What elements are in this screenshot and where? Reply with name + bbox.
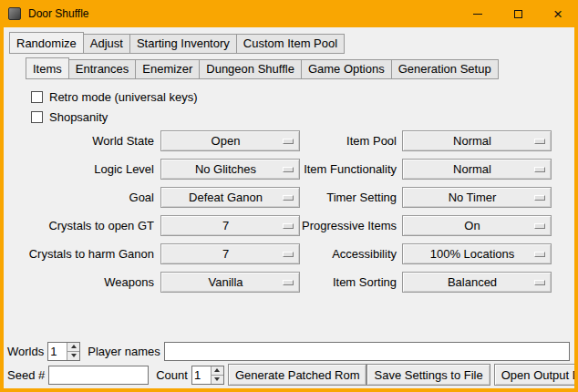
maximize-button[interactable]: [498, 0, 538, 27]
tab-custom-item-pool[interactable]: Custom Item Pool: [236, 34, 345, 54]
down-arrow-icon: [214, 377, 220, 381]
crystals-harm-ganon-dropdown[interactable]: 7: [160, 243, 300, 264]
dropdown-indicator-icon: [534, 280, 545, 285]
logic-level-label: Logic Level: [27, 162, 154, 176]
item-functionality-value: Normal: [453, 162, 501, 176]
field-row: Weapons Vanilla Item Sorting Balanced: [27, 268, 574, 296]
weapons-label: Weapons: [27, 275, 154, 289]
dropdown-indicator-icon: [534, 195, 545, 201]
item-sorting-label: Item Sorting: [302, 275, 397, 289]
tab-enemizer[interactable]: Enemizer: [135, 59, 200, 79]
item-sorting-dropdown[interactable]: Balanced: [402, 272, 552, 293]
goal-label: Goal: [27, 191, 154, 204]
player-names-label: Player names: [88, 345, 160, 358]
goal-dropdown[interactable]: Defeat Ganon: [160, 187, 300, 208]
progressive-items-label: Progressive Items: [302, 219, 397, 232]
dropdown-indicator-icon: [283, 223, 294, 229]
field-row: Goal Defeat Ganon Timer Setting No Timer: [27, 183, 574, 211]
seed-input[interactable]: [48, 366, 149, 385]
door-shuffle-window: Door Shuffle × Randomize Adjust Starting…: [0, 0, 578, 392]
open-output-directory-button[interactable]: Open Output Directory: [494, 364, 574, 386]
dropdown-indicator-icon: [534, 223, 545, 229]
shopsanity-row: Shopsanity: [27, 107, 574, 127]
main-tab-bar: Randomize Adjust Starting Inventory Cust…: [9, 32, 574, 54]
accessibility-value: 100% Locations: [430, 247, 524, 261]
logic-level-value: No Glitches: [195, 162, 265, 176]
item-pool-label: Item Pool: [302, 134, 397, 148]
timer-setting-dropdown[interactable]: No Timer: [402, 187, 552, 208]
timer-setting-label: Timer Setting: [302, 191, 397, 204]
worlds-decrement-button[interactable]: [67, 351, 79, 360]
field-row: Crystals to open GT 7 Progressive Items …: [27, 211, 574, 240]
down-arrow-icon: [71, 354, 77, 357]
worlds-increment-button[interactable]: [67, 343, 79, 351]
minimize-button[interactable]: [458, 0, 498, 27]
world-state-label: World State: [27, 134, 154, 148]
world-state-dropdown[interactable]: Open: [160, 130, 300, 151]
crystals-open-gt-dropdown[interactable]: 7: [160, 215, 300, 236]
tab-adjust[interactable]: Adjust: [83, 34, 130, 54]
item-pool-value: Normal: [453, 134, 501, 148]
save-settings-button[interactable]: Save Settings to File: [366, 364, 490, 386]
progressive-items-value: On: [464, 219, 489, 232]
count-decrement-button[interactable]: [212, 375, 223, 384]
field-row: Crystals to harm Ganon 7 Accessibility 1…: [27, 240, 574, 268]
weapons-dropdown[interactable]: Vanilla: [160, 272, 300, 293]
accessibility-label: Accessibility: [302, 247, 397, 261]
shopsanity-checkbox[interactable]: [31, 111, 43, 123]
dropdown-indicator-icon: [283, 280, 294, 285]
item-functionality-dropdown[interactable]: Normal: [402, 159, 552, 180]
window-title: Door Shuffle: [28, 7, 89, 20]
shopsanity-label: Shopsanity: [49, 110, 108, 124]
worlds-input[interactable]: [48, 343, 67, 360]
dropdown-indicator-icon: [534, 139, 545, 144]
app-icon: [8, 7, 21, 20]
crystals-harm-ganon-value: 7: [222, 247, 238, 261]
generate-patched-rom-button[interactable]: Generate Patched Rom: [228, 364, 367, 386]
worlds-row: Worlds Player names: [7, 341, 570, 361]
count-increment-button[interactable]: [212, 366, 223, 375]
count-spinbox[interactable]: [191, 366, 224, 385]
world-state-value: Open: [212, 134, 250, 148]
item-functionality-label: Item Functionality: [302, 162, 397, 176]
seed-label: Seed #: [7, 368, 45, 382]
up-arrow-icon: [71, 345, 77, 348]
close-icon: ×: [553, 6, 563, 22]
tab-entrances[interactable]: Entrances: [68, 59, 137, 79]
tab-generation-setup[interactable]: Generation Setup: [391, 59, 499, 79]
titlebar: Door Shuffle ×: [0, 0, 578, 27]
logic-level-dropdown[interactable]: No Glitches: [160, 159, 300, 180]
retro-mode-checkbox[interactable]: [31, 91, 43, 103]
tab-items[interactable]: Items: [26, 57, 69, 79]
window-content: Randomize Adjust Starting Inventory Cust…: [4, 27, 574, 388]
field-row: World State Open Item Pool Normal: [27, 127, 574, 155]
up-arrow-icon: [214, 368, 220, 372]
count-spin-buttons: [211, 366, 223, 384]
crystals-harm-ganon-label: Crystals to harm Ganon: [27, 247, 154, 261]
retro-mode-label: Retro mode (universal keys): [49, 90, 198, 104]
dropdown-indicator-icon: [534, 167, 545, 172]
tab-starting-inventory[interactable]: Starting Inventory: [129, 34, 237, 54]
item-pool-dropdown[interactable]: Normal: [402, 130, 552, 151]
worlds-label: Worlds: [7, 345, 44, 358]
actions-row: Seed # Count Generate Patched Rom Save S…: [7, 364, 570, 386]
crystals-open-gt-value: 7: [222, 219, 238, 232]
dropdown-indicator-icon: [283, 252, 294, 257]
count-input[interactable]: [192, 366, 211, 384]
accessibility-dropdown[interactable]: 100% Locations: [402, 243, 552, 264]
minimize-icon: [473, 14, 482, 15]
tab-dungeon-shuffle[interactable]: Dungeon Shuffle: [199, 59, 302, 79]
maximize-icon: [514, 10, 522, 18]
close-button[interactable]: ×: [538, 0, 578, 27]
goal-value: Defeat Ganon: [189, 191, 272, 204]
progressive-items-dropdown[interactable]: On: [402, 215, 552, 236]
dropdown-indicator-icon: [283, 167, 294, 172]
worlds-spin-buttons: [67, 343, 79, 360]
player-names-input[interactable]: [164, 342, 570, 361]
weapons-value: Vanilla: [208, 275, 252, 289]
worlds-spinbox[interactable]: [47, 342, 80, 361]
tab-randomize[interactable]: Randomize: [9, 32, 84, 54]
window-controls: ×: [458, 0, 578, 27]
sub-tab-bar: Items Entrances Enemizer Dungeon Shuffle…: [26, 57, 574, 79]
tab-game-options[interactable]: Game Options: [301, 59, 392, 79]
